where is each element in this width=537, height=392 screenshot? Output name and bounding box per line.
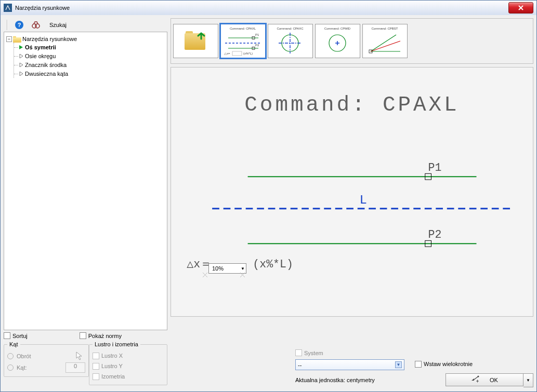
angle-fieldset: Kąt Obrót Kąt: 0 (4, 341, 89, 377)
label-p2: P2 (428, 228, 442, 241)
window-root: Narzędzia rysunkowe ? Szukaj − (0, 0, 537, 392)
svg-line-23 (371, 35, 396, 51)
radio-icon (7, 353, 14, 359)
svg-text:Command: CPAXL: Command: CPAXL (230, 27, 256, 30)
tree-root[interactable]: − Narzędzia rysunkowe (6, 35, 165, 43)
app-icon (4, 4, 12, 12)
rotation-radio: Obrót (7, 350, 85, 362)
mirror-legend: Lustro i izometria (93, 341, 140, 347)
checkbox-icon (80, 332, 86, 339)
svg-rect-8 (252, 47, 255, 50)
label-formula: (x%*L) (253, 258, 293, 271)
tree-item-label: Osie okręgu (25, 53, 56, 59)
tree-item-znacznik[interactable]: Znacznik środka (14, 60, 165, 69)
folder-icon (13, 35, 21, 43)
angle-label: Kąt: (17, 364, 27, 371)
svg-text:Command: CPMID: Command: CPMID (324, 27, 351, 30)
binoculars-icon[interactable] (32, 21, 40, 29)
svg-point-14 (282, 35, 298, 51)
preview-area: Command: CPAXL P1 L P2 △x＝ (x%*L) (171, 67, 533, 317)
svg-rect-11 (232, 51, 242, 56)
cursor-icon (76, 352, 83, 361)
sort-label: Sortuj (12, 333, 28, 339)
separator (7, 20, 8, 30)
mirror-fieldset: Lustro i izometria Lustro X Lustro Y Izo… (89, 341, 167, 385)
tree-item-label: Oś symetrii (25, 44, 56, 50)
angle-legend: Kąt (7, 341, 20, 347)
thumb-cpbst[interactable]: Command: CPBST (362, 24, 408, 58)
thumb-up-folder[interactable] (173, 24, 218, 58)
checkbox-icon (93, 373, 99, 380)
tree-root-label: Narzędzia rysunkowe (22, 36, 77, 42)
rotation-label: Obrót (17, 353, 31, 359)
angle-input: 0 (66, 362, 85, 373)
arrow-icon (19, 63, 23, 67)
tree-item-label: Dwusieczna kąta (25, 71, 68, 77)
search-label[interactable]: Szukaj (49, 22, 67, 28)
arrow-icon (19, 45, 23, 49)
sort-checkbox[interactable]: Sortuj (4, 332, 28, 339)
chevron-down-icon: ▼ (241, 266, 245, 271)
svg-text:△x=: △x= (224, 52, 230, 55)
checkbox-icon (93, 363, 99, 370)
close-button[interactable] (508, 2, 533, 13)
svg-text:Command: CPBST: Command: CPBST (371, 27, 398, 30)
dialog-body: ? Szukaj − Narzędzia rysunkowe (1, 15, 536, 391)
tree-item-dwusieczna[interactable]: Dwusieczna kąta (14, 69, 165, 78)
mirror-y-checkbox: Lustro Y (93, 361, 164, 371)
arrow-icon (19, 54, 23, 58)
tree-panel[interactable]: − Narzędzia rysunkowe Oś symetrii Osie o… (4, 32, 167, 330)
svg-text:P1: P1 (255, 33, 259, 36)
radio-icon (7, 364, 14, 371)
show-norms-label: Pokaż normy (88, 333, 122, 339)
mirror-y-label: Lustro Y (101, 363, 123, 369)
tree-item-os-symetrii[interactable]: Oś symetrii (14, 43, 165, 51)
show-norms-checkbox[interactable]: Pokaż normy (80, 332, 122, 339)
arrow-icon (19, 72, 23, 76)
preview-title: Command: CPAXL (244, 93, 459, 117)
titlebar: Narzędzia rysunkowe (1, 1, 536, 16)
tree-item-osie-okregu[interactable]: Osie okręgu (14, 51, 165, 60)
thumb-cpmid[interactable]: Command: CPMID (315, 24, 360, 58)
svg-text:(x%*L): (x%*L) (243, 52, 253, 55)
search-toolbar: ? Szukaj (4, 18, 167, 32)
svg-rect-4 (252, 37, 255, 39)
svg-text:P2: P2 (255, 44, 259, 47)
cross-mark-icon (240, 272, 537, 392)
thumbnail-bar: Command: CPAXL P1 P2 △x= (x%*L) (171, 18, 533, 64)
label-delta: △x＝ (187, 258, 212, 271)
label-p1: P1 (428, 161, 442, 174)
help-icon[interactable]: ? (15, 21, 23, 29)
svg-rect-25 (369, 50, 372, 53)
collapse-icon[interactable]: − (6, 36, 12, 42)
delta-x-value: 10% (212, 265, 224, 272)
mirror-x-checkbox: Lustro X (93, 350, 164, 361)
label-l: L (360, 193, 367, 207)
tree-item-label: Znacznik środka (25, 62, 67, 68)
window-title: Narzędzia rysunkowe (15, 5, 508, 11)
svg-line-24 (371, 41, 400, 51)
checkbox-icon (4, 332, 10, 339)
isometry-checkbox: Izometria (93, 371, 164, 382)
svg-point-1 (35, 24, 40, 28)
checkbox-icon (93, 353, 99, 359)
mirror-x-label: Lustro X (101, 353, 123, 359)
thumb-cpaxc[interactable]: Command: CPAXC (268, 24, 313, 58)
svg-text:Command: CPAXC: Command: CPAXC (277, 27, 304, 30)
isometry-label: Izometria (101, 373, 125, 380)
svg-point-18 (329, 35, 346, 51)
thumb-cpaxl[interactable]: Command: CPAXL P1 P2 △x= (x%*L) (220, 24, 266, 58)
angle-radio: Kąt: 0 (7, 362, 85, 373)
